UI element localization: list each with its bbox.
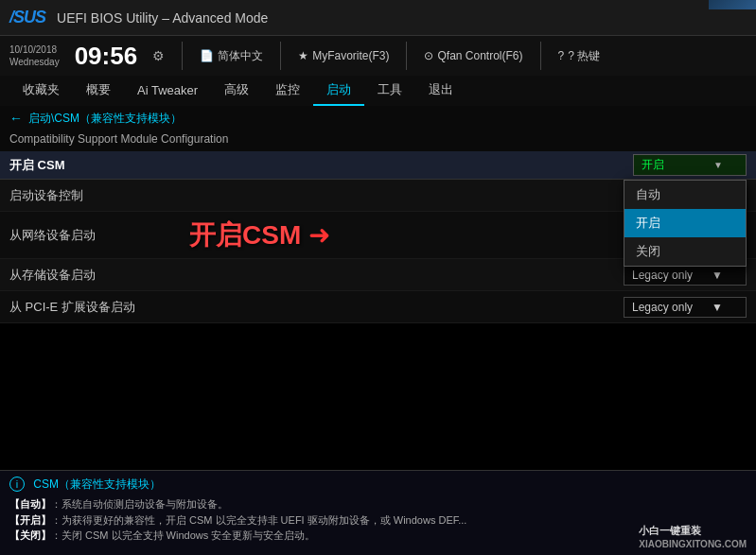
tab-tools[interactable]: 工具 <box>364 76 415 106</box>
bottom-line-2: 【开启】：为获得更好的兼容性，开启 CSM 以完全支持非 UEFI 驱动附加设备… <box>9 512 747 529</box>
tab-ai-tweaker[interactable]: Ai Tweaker <box>124 76 211 106</box>
header-bar: /SUS UEFI BIOS Utility – Advanced Mode <box>0 0 756 36</box>
section-subtitle: Compatibility Support Module Configurati… <box>0 130 756 151</box>
bottom-content: 【自动】：系统自动侦测启动设备与附加设备。 【开启】：为获得更好的兼容性，开启 … <box>9 496 747 544</box>
pcie-value-text: Legacy only <box>632 301 693 314</box>
csm-enable-dropdown[interactable]: 开启 ▼ <box>633 154 747 176</box>
language-icon: 📄 <box>200 49 214 62</box>
bottom-panel: i CSM（兼容性支持模块） 【自动】：系统自动侦测启动设备与附加设备。 【开启… <box>0 470 756 555</box>
tab-exit[interactable]: 退出 <box>415 76 466 106</box>
csm-current-value: 开启 <box>642 157 664 173</box>
qfan-label: Qfan Control(F6) <box>437 49 522 62</box>
date-block: 10/10/2018 Wednesday <box>9 43 60 68</box>
dropdown-option-auto[interactable]: 自动 <box>624 181 746 209</box>
divider3 <box>406 42 407 70</box>
breadcrumb-bar: ← 启动\CSM（兼容性支持模块） <box>0 106 756 130</box>
pcie-boot-value[interactable]: Legacy only ▼ <box>624 297 747 318</box>
breadcrumb-path: 启动\CSM（兼容性支持模块） <box>28 111 182 127</box>
day-text: Wednesday <box>9 56 60 68</box>
setting-row-boot-device: 启动设备控制 ▼ 自动 开启 关闭 <box>0 180 756 212</box>
csm-header-label: 开启 CSM <box>9 157 633 174</box>
content-area: 启动设备控制 ▼ 自动 开启 关闭 从网络设备启动 开启CSM ➜ 从存储设备启… <box>0 180 756 323</box>
info-icon: i <box>9 477 25 492</box>
storage-boot-value[interactable]: Legacy only ▼ <box>624 265 747 286</box>
tab-favorites[interactable]: 收藏夹 <box>9 76 73 106</box>
boot-device-label: 启动设备控制 <box>9 187 624 204</box>
dropdown-arrow-storage: ▼ <box>712 269 723 282</box>
back-button[interactable]: ← <box>9 111 23 126</box>
top-thumbnail <box>709 0 756 9</box>
language-label: 简体中文 <box>218 48 263 64</box>
gear-icon[interactable]: ⚙ <box>152 48 165 63</box>
myfavorite-button[interactable]: ★ MyFavorite(F3) <box>298 49 389 62</box>
dropdown-option-on[interactable]: 开启 <box>624 209 746 237</box>
bios-title: UEFI BIOS Utility – Advanced Mode <box>57 10 747 26</box>
storage-value-text: Legacy only <box>632 269 693 282</box>
divider2 <box>280 42 281 70</box>
dropdown-arrow-icon: ▼ <box>713 160 723 170</box>
dropdown-arrow-pcie: ▼ <box>712 301 723 314</box>
divider <box>182 42 183 70</box>
datetime-bar: 10/10/2018 Wednesday 09:56 ⚙ 📄 简体中文 ★ My… <box>0 36 756 76</box>
watermark: 小白一键重装 XIAOBINGXITONG.COM <box>639 524 747 549</box>
nav-bar: 收藏夹 概要 Ai Tweaker 高级 监控 启动 工具 退出 <box>0 76 756 106</box>
star-icon: ★ <box>298 49 308 62</box>
tab-overview[interactable]: 概要 <box>73 76 124 106</box>
myfavorite-label: MyFavorite(F3) <box>312 49 389 62</box>
dropdown-option-off[interactable]: 关闭 <box>624 237 746 266</box>
watermark-text: 小白一键重装 <box>639 525 701 536</box>
tab-monitor[interactable]: 监控 <box>262 76 313 106</box>
watermark-url: XIAOBINGXITONG.COM <box>639 539 747 549</box>
divider4 <box>540 42 541 70</box>
boot-device-dropdown-menu[interactable]: 自动 开启 关闭 <box>624 180 747 267</box>
setting-row-pcie-boot: 从 PCI-E 扩展设备启动 Legacy only ▼ <box>0 291 756 323</box>
help-label: ? 热键 <box>568 48 600 64</box>
tab-boot[interactable]: 启动 <box>313 76 364 106</box>
date-text: 10/10/2018 <box>9 43 60 56</box>
csm-header-row: 开启 CSM 开启 ▼ <box>0 151 756 180</box>
help-button[interactable]: ? ? 热键 <box>558 48 601 64</box>
help-icon: ? <box>558 49 565 62</box>
bottom-title: i CSM（兼容性支持模块） <box>9 477 747 493</box>
bottom-line-3: 【关闭】：关闭 CSM 以完全支持 Windows 安全更新与安全启动。 <box>9 528 747 544</box>
bottom-line-1: 【自动】：系统自动侦测启动设备与附加设备。 <box>9 496 747 512</box>
language-selector[interactable]: 📄 简体中文 <box>200 48 263 64</box>
fan-icon: ⊙ <box>424 49 433 62</box>
tab-advanced[interactable]: 高级 <box>211 76 262 106</box>
storage-boot-label: 从存储设备启动 <box>9 267 624 284</box>
time-display: 09:56 <box>75 42 138 71</box>
pcie-boot-label: 从 PCI-E 扩展设备启动 <box>9 299 624 316</box>
asus-logo: /SUS <box>9 8 45 27</box>
qfan-button[interactable]: ⊙ Qfan Control(F6) <box>424 49 522 62</box>
